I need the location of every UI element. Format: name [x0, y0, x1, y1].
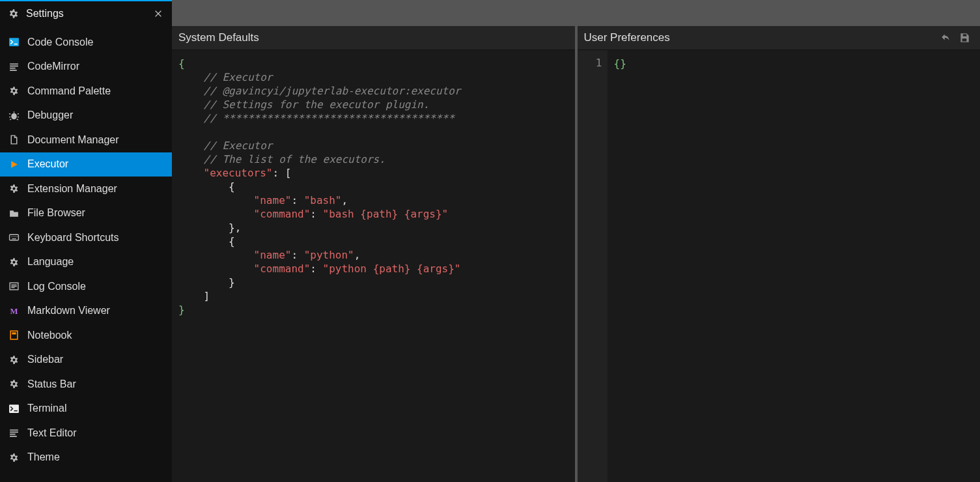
sidebar-item-command-palette[interactable]: Command Palette [0, 79, 172, 104]
sidebar-item-terminal[interactable]: Terminal [0, 397, 172, 421]
sidebar-item-text-editor[interactable]: Text Editor [0, 421, 172, 446]
panel-user-preferences: User Preferences 1 {} [578, 26, 981, 482]
notebook-icon [8, 330, 20, 341]
sidebar-item-label: Debugger [27, 109, 73, 121]
terminal-icon [8, 36, 20, 48]
sidebar-item-label: Executor [27, 158, 68, 170]
save-button[interactable] [955, 29, 973, 47]
panel-title: User Preferences [584, 31, 938, 44]
sidebar-item-label: Document Manager [27, 134, 119, 146]
terminal2-icon [8, 403, 20, 414]
sidebar-item-label: Log Console [27, 281, 86, 292]
gear-icon [8, 183, 20, 195]
sidebar-item-label: File Browser [27, 207, 85, 219]
gear-icon [8, 378, 20, 390]
sidebar-item-code-console[interactable]: Code Console [0, 30, 172, 55]
sidebar-item-extension-manager[interactable]: Extension Manager [0, 177, 172, 201]
sidebar-item-label: Markdown Viewer [27, 305, 110, 317]
user-preferences-code[interactable]: {} [608, 50, 981, 482]
settings-sidebar: Code Console CodeMirror Command Palette … [0, 26, 172, 482]
sidebar-item-label: Extension Manager [27, 183, 117, 195]
line-gutter: 1 [578, 50, 608, 482]
folder-icon [8, 207, 20, 219]
sidebar-item-sidebar[interactable]: Sidebar [0, 348, 172, 373]
sidebar-item-file-browser[interactable]: File Browser [0, 201, 172, 226]
sidebar-item-label: Terminal [27, 403, 66, 414]
keyboard-icon [8, 232, 20, 244]
panel-system-defaults: System Defaults { // Executor // @gavinc… [172, 26, 578, 482]
sidebar-item-label: Notebook [27, 330, 72, 341]
system-defaults-code: { // Executor // @gavincyi/jupyterlab-ex… [172, 50, 575, 482]
sidebar-item-document-manager[interactable]: Document Manager [0, 128, 172, 152]
file-icon [8, 134, 20, 146]
sidebar-item-label: CodeMirror [27, 61, 79, 72]
sidebar-item-label: Keyboard Shortcuts [27, 232, 119, 244]
sidebar-item-label: Code Console [27, 36, 93, 48]
sidebar-item-label: Sidebar [27, 354, 63, 365]
sidebar-item-markdown-viewer[interactable]: Markdown Viewer [0, 299, 172, 324]
gear-icon [8, 8, 20, 20]
sidebar-item-label: Theme [27, 451, 60, 463]
gear-icon [8, 256, 20, 268]
sidebar-item-codemirror[interactable]: CodeMirror [0, 55, 172, 79]
tab-strip [172, 0, 980, 26]
bug-icon [8, 109, 20, 121]
sidebar-item-debugger[interactable]: Debugger [0, 104, 172, 128]
panel-title: System Defaults [178, 31, 568, 44]
undo-button[interactable] [937, 29, 955, 47]
sidebar-item-executor[interactable]: Executor [0, 152, 172, 177]
lines-icon [8, 61, 20, 72]
tab-title: Settings [26, 8, 145, 20]
tab-settings[interactable]: Settings [0, 0, 172, 26]
list-icon [8, 281, 20, 292]
sidebar-item-label: Language [27, 256, 74, 268]
sidebar-item-language[interactable]: Language [0, 250, 172, 275]
sidebar-item-log-console[interactable]: Log Console [0, 274, 172, 299]
sidebar-item-label: Command Palette [27, 85, 111, 97]
play-icon [8, 158, 20, 170]
sidebar-item-label: Status Bar [27, 378, 76, 390]
gear-icon [8, 85, 20, 97]
sidebar-item-status-bar[interactable]: Status Bar [0, 372, 172, 397]
markdown-icon [8, 305, 20, 317]
sidebar-item-label: Text Editor [27, 427, 77, 439]
sidebar-item-keyboard-shortcuts[interactable]: Keyboard Shortcuts [0, 225, 172, 250]
gear-icon [8, 451, 20, 463]
gear-icon [8, 354, 20, 365]
close-icon[interactable] [151, 9, 165, 18]
sidebar-item-theme[interactable]: Theme [0, 446, 172, 470]
lines-icon [8, 427, 20, 439]
sidebar-item-notebook[interactable]: Notebook [0, 323, 172, 348]
